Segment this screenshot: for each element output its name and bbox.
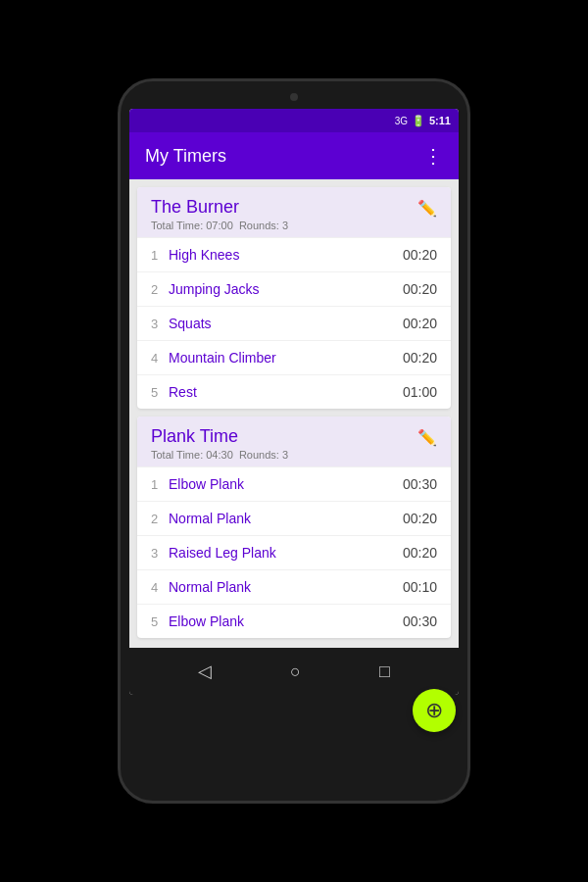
bottom-navigation: ◁ ○ □ bbox=[129, 648, 459, 695]
burner-total-label: Total Time: bbox=[151, 220, 206, 231]
home-button[interactable]: ○ bbox=[290, 662, 301, 682]
table-row: 1 Elbow Plank 00:30 bbox=[137, 466, 451, 501]
burner-rounds-label: Rounds: bbox=[239, 220, 282, 231]
exercise-time: 00:10 bbox=[403, 579, 437, 595]
table-row: 4 Normal Plank 00:10 bbox=[137, 569, 451, 604]
table-row: 2 Normal Plank 00:20 bbox=[137, 501, 451, 535]
burner-edit-button[interactable]: ✏️ bbox=[417, 199, 437, 218]
burner-meta: Total Time: 07:00 Rounds: 3 bbox=[151, 220, 288, 231]
exercise-num: 2 bbox=[151, 512, 169, 526]
plank-card: Plank Time Total Time: 04:30 Rounds: 3 ✏… bbox=[137, 416, 451, 638]
exercise-name[interactable]: Rest bbox=[169, 384, 403, 400]
network-indicator: 3G bbox=[395, 116, 408, 126]
time-display: 5:11 bbox=[429, 115, 451, 126]
exercise-time: 00:30 bbox=[403, 476, 437, 492]
burner-rounds: 3 bbox=[282, 220, 288, 231]
table-row: 5 Elbow Plank 00:30 bbox=[137, 604, 451, 638]
plank-rounds: 3 bbox=[282, 449, 288, 461]
overflow-menu-button[interactable]: ⋮ bbox=[423, 144, 443, 168]
exercise-time: 01:00 bbox=[403, 384, 437, 400]
plank-total-label: Total Time: bbox=[151, 449, 206, 461]
exercise-name[interactable]: Jumping Jacks bbox=[169, 281, 403, 297]
phone-frame: 3G 🔋 5:11 My Timers ⋮ The Burner Total T… bbox=[118, 78, 470, 804]
plank-rounds-label: Rounds: bbox=[239, 449, 282, 461]
exercise-name[interactable]: Normal Plank bbox=[169, 579, 403, 595]
app-title: My Timers bbox=[145, 146, 226, 167]
content-area: The Burner Total Time: 07:00 Rounds: 3 ✏… bbox=[129, 179, 459, 648]
exercise-num: 4 bbox=[151, 580, 169, 595]
app-bar: My Timers ⋮ bbox=[129, 132, 459, 179]
battery-icon: 🔋 bbox=[412, 115, 425, 127]
exercise-num: 2 bbox=[151, 282, 169, 297]
exercise-time: 00:20 bbox=[403, 511, 437, 526]
exercise-name[interactable]: Elbow Plank bbox=[169, 476, 403, 492]
recents-button[interactable]: □ bbox=[379, 662, 390, 682]
exercise-num: 4 bbox=[151, 351, 169, 366]
exercise-time: 00:20 bbox=[403, 281, 437, 297]
burner-card-header: The Burner Total Time: 07:00 Rounds: 3 ✏… bbox=[137, 187, 451, 237]
plank-meta: Total Time: 04:30 Rounds: 3 bbox=[151, 449, 288, 461]
exercise-num: 1 bbox=[151, 477, 169, 492]
exercise-num: 5 bbox=[151, 614, 169, 629]
exercise-time: 00:20 bbox=[403, 247, 437, 263]
status-bar: 3G 🔋 5:11 bbox=[129, 109, 459, 132]
exercise-time: 00:20 bbox=[403, 316, 437, 331]
add-timer-fab[interactable]: ⊕ bbox=[413, 689, 456, 732]
exercise-name[interactable]: Mountain Climber bbox=[169, 350, 403, 366]
table-row: 3 Squats 00:20 bbox=[137, 306, 451, 340]
table-row: 5 Rest 01:00 bbox=[137, 374, 451, 409]
table-row: 4 Mountain Climber 00:20 bbox=[137, 340, 451, 374]
add-icon: ⊕ bbox=[425, 700, 443, 721]
camera bbox=[290, 93, 298, 101]
exercise-name[interactable]: Raised Leg Plank bbox=[169, 545, 403, 561]
screen: 3G 🔋 5:11 My Timers ⋮ The Burner Total T… bbox=[129, 109, 459, 695]
exercise-num: 5 bbox=[151, 385, 169, 400]
burner-total-time: 07:00 bbox=[206, 220, 233, 231]
exercise-name[interactable]: Normal Plank bbox=[169, 511, 403, 526]
burner-title[interactable]: The Burner bbox=[151, 197, 288, 218]
plank-card-header: Plank Time Total Time: 04:30 Rounds: 3 ✏… bbox=[137, 416, 451, 466]
exercise-num: 3 bbox=[151, 317, 169, 331]
exercise-time: 00:20 bbox=[403, 545, 437, 561]
plank-edit-button[interactable]: ✏️ bbox=[417, 428, 437, 447]
exercise-name[interactable]: Squats bbox=[169, 316, 403, 331]
table-row: 2 Jumping Jacks 00:20 bbox=[137, 271, 451, 306]
plank-total-time: 04:30 bbox=[206, 449, 233, 461]
exercise-name[interactable]: Elbow Plank bbox=[169, 613, 403, 629]
plank-title[interactable]: Plank Time bbox=[151, 426, 288, 447]
exercise-time: 00:20 bbox=[403, 350, 437, 366]
back-button[interactable]: ◁ bbox=[198, 661, 212, 682]
burner-card: The Burner Total Time: 07:00 Rounds: 3 ✏… bbox=[137, 187, 451, 409]
table-row: 3 Raised Leg Plank 00:20 bbox=[137, 535, 451, 569]
exercise-num: 3 bbox=[151, 546, 169, 561]
exercise-num: 1 bbox=[151, 248, 169, 263]
exercise-time: 00:30 bbox=[403, 613, 437, 629]
exercise-name[interactable]: High Knees bbox=[169, 247, 403, 263]
table-row: 1 High Knees 00:20 bbox=[137, 237, 451, 271]
